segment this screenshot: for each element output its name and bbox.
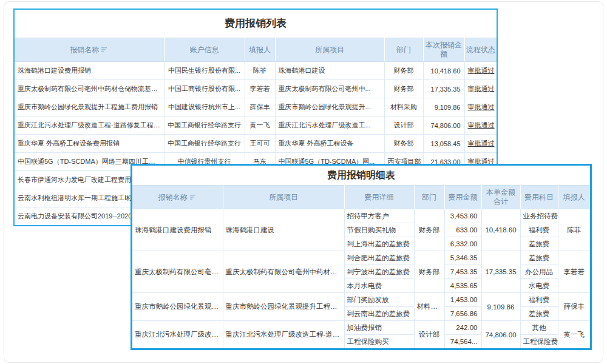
account-info-cell: 中国工商银行股份有限... — [164, 80, 245, 98]
expense-amount-cell: 7,453.35 — [444, 265, 481, 279]
expense-detail-cell: 部门奖励发放 — [344, 293, 414, 307]
reimbursement-name-link[interactable]: 重庆华夏 外高桥工程设备费用报销 — [15, 135, 164, 153]
col-header-project-name-link: 所属项目 — [275, 38, 384, 62]
col-header-order-total-cell: 本单金额合计 — [481, 186, 520, 209]
amount-cell: 10,418.60 — [423, 62, 464, 80]
detail-project-name-link[interactable]: 重庆市鹅岭公园绿化景观提升工程施工 — [223, 293, 344, 321]
expense-list-row: 珠海鹤港口建设费用报销中国民生银行股份有限...陈菲珠海鹤港口建设财务部10,4… — [15, 62, 497, 80]
project-name-link[interactable]: 重庆市鹅岭公园绿化景观提升... — [275, 98, 384, 116]
account-info-cell: 中国工商银行经华路支行 — [164, 135, 245, 153]
expense-category-cell: 差旅费 — [520, 237, 558, 251]
col-header-label: 本单金额合计 — [486, 188, 515, 206]
project-name-link[interactable]: 重庆江北污水处理厂级改造工... — [275, 116, 384, 135]
col-header-detail-reimbursement-name-link[interactable]: 报销名称 — [132, 186, 223, 209]
expense-category-cell: 福利费 — [520, 223, 558, 237]
detail-reimbursement-name-link[interactable]: 重庆太极制药有限公司亳州中药材仓储物流基地项目费用报销 — [132, 251, 223, 293]
sort-icon — [190, 194, 197, 200]
reimbursement-name-link[interactable]: 珠海鹤港口建设费用报销 — [15, 62, 164, 80]
col-header-label: 部门 — [396, 46, 411, 54]
expense-detail-cell: 到上海出差的差旅费 — [344, 237, 414, 251]
project-name-link[interactable]: 重庆太极制药有限公司亳州中... — [275, 80, 384, 98]
detail-department-cell: 材料采购 — [414, 293, 444, 321]
expense-list-header-row: 报销名称账户信息填报人所属项目部门本次报销金额流程状态 — [15, 38, 497, 62]
col-header-label: 所属项目 — [315, 46, 344, 54]
detail-filler-name-link[interactable]: 薛保丰 — [558, 293, 590, 321]
order-total-cell: 10,418.60 — [481, 209, 520, 251]
expense-amount-cell: 6,332.00 — [444, 237, 481, 251]
amount-cell: 9,109.86 — [423, 98, 464, 116]
status-link[interactable]: 审批通过 — [464, 80, 497, 98]
col-header-expense-amount-cell: 费用金额 — [444, 186, 481, 209]
expense-amount-cell: 74,564... — [444, 335, 481, 349]
detail-project-name-link[interactable]: 珠海鹤港口建设 — [223, 209, 344, 251]
col-header-detail-project-name-link: 所属项目 — [223, 186, 344, 209]
expense-list-row: 重庆华夏 外高桥工程设备费用报销中国工商银行经华路支行王可可重庆华夏 外高桥工程… — [15, 135, 497, 153]
expense-category-cell: 业务招待费 — [520, 209, 558, 223]
status-link[interactable]: 审批通过 — [464, 116, 497, 135]
detail-reimbursement-name-link[interactable]: 珠海鹤港口建设费用报销 — [132, 209, 223, 251]
amount-cell: 17,335.35 — [423, 80, 464, 98]
expense-category-cell: 福利费 — [520, 293, 558, 307]
col-header-label: 填报人 — [249, 46, 271, 54]
expense-category-cell: 差旅费 — [520, 251, 558, 265]
col-header-expense-category-cell: 费用科目 — [520, 186, 558, 209]
expense-amount-cell: 242.00 — [444, 321, 481, 335]
detail-department-cell: 设计部 — [414, 321, 444, 349]
expense-detail-cell: 招待甲方客户 — [344, 209, 414, 223]
col-header-label: 本次报销金额 — [426, 41, 462, 58]
detail-reimbursement-name-link[interactable]: 重庆市鹅岭公园绿化景观提升工程施工费用报销 — [132, 293, 223, 321]
col-header-label: 部门 — [422, 193, 436, 201]
expense-category-cell: 差旅费 — [520, 307, 558, 321]
col-header-detail-department-cell: 部门 — [414, 186, 444, 209]
expense-detail-cell: 到宁波出差的差旅费 — [344, 265, 414, 279]
project-name-link[interactable]: 珠海鹤港口建设 — [275, 62, 384, 80]
expense-detail-cell: 工程保险购买 — [344, 335, 414, 349]
filler-name-link[interactable]: 李若若 — [245, 80, 275, 98]
filler-name-link[interactable]: 陈菲 — [245, 62, 275, 80]
filler-name-link[interactable]: 黄一飞 — [245, 116, 275, 135]
expense-detail-table: 报销名称所属项目费用详细部门费用金额本单金额合计费用科目填报人 珠海鹤港口建设费… — [132, 185, 590, 348]
col-header-reimbursement-name-link[interactable]: 报销名称 — [15, 38, 164, 62]
status-link[interactable]: 审批通过 — [464, 62, 497, 80]
col-header-label: 流程状态 — [466, 46, 495, 54]
detail-project-name-link[interactable]: 重庆江北污水处理厂级改造工程-道路修复工程 — [223, 321, 344, 349]
status-link[interactable]: 审批通过 — [464, 98, 497, 116]
expense-list-row: 重庆太极制药有限公司亳州中药材仓储物流基地项目费用报销中国工商银行股份有限...… — [15, 80, 497, 98]
col-header-label: 费用科目 — [524, 193, 554, 201]
reimbursement-name-link[interactable]: 重庆江北污水处理厂级改造工程-道路修复工程费用报销 — [15, 116, 164, 135]
expense-list-title: 费用报销列表 — [15, 10, 497, 38]
order-total-cell: 9,109.86 — [481, 293, 520, 321]
col-header-label: 报销名称 — [70, 46, 99, 54]
col-header-label: 账户信息 — [190, 46, 219, 54]
col-header-detail-filler-name-link: 填报人 — [558, 186, 590, 209]
filler-name-link[interactable]: 王可可 — [245, 135, 275, 153]
col-header-department-cell: 部门 — [384, 38, 423, 62]
col-header-amount-cell: 本次报销金额 — [423, 38, 464, 62]
col-header-expense-detail-cell: 费用详细 — [344, 186, 414, 209]
detail-reimbursement-name-link[interactable]: 重庆江北污水处理厂级改造工程-道路修复工程费用报销 — [132, 321, 223, 349]
status-link[interactable]: 审批通过 — [464, 135, 497, 153]
amount-cell: 74,806.00 — [423, 116, 464, 135]
detail-filler-name-link[interactable]: 陈菲 — [558, 209, 590, 251]
col-header-account-info-cell: 账户信息 — [164, 38, 245, 62]
expense-amount-cell: 5,346.35 — [444, 251, 481, 265]
account-info-cell: 中国民生银行股份有限... — [164, 62, 245, 80]
reimbursement-name-link[interactable]: 重庆太极制药有限公司亳州中药材仓储物流基地项目费用报销 — [15, 80, 164, 98]
expense-detail-cell: 节假日购买礼物 — [344, 223, 414, 237]
filler-name-link[interactable]: 薛保丰 — [245, 98, 275, 116]
expense-detail-cell: 加油费报销 — [344, 321, 414, 335]
expense-category-cell: 工程保险费 — [520, 335, 558, 349]
col-header-label: 费用详细 — [365, 193, 394, 201]
department-cell: 设计部 — [384, 116, 423, 135]
detail-project-name-link[interactable]: 重庆太极制药有限公司亳州中药材仓储物流基地 — [223, 251, 344, 293]
expense-amount-cell: 3,453.60 — [444, 209, 481, 223]
col-header-label: 费用金额 — [449, 193, 478, 201]
reimbursement-name-link[interactable]: 重庆市鹅岭公园绿化景观提升工程施工费用报销 — [15, 98, 164, 116]
project-name-link[interactable]: 重庆华夏 外高桥工程设备 — [275, 135, 384, 153]
detail-filler-name-link[interactable]: 黄一飞 — [558, 321, 590, 349]
expense-detail-cell: 到云南出差的差旅费 — [344, 307, 414, 321]
expense-detail-row: 重庆江北污水处理厂级改造工程-道路修复工程费用报销重庆江北污水处理厂级改造工程-… — [132, 321, 590, 335]
expense-detail-row: 重庆太极制药有限公司亳州中药材仓储物流基地项目费用报销重庆太极制药有限公司亳州中… — [132, 251, 590, 265]
detail-filler-name-link[interactable]: 李若若 — [558, 251, 590, 293]
detail-department-cell: 财务部 — [414, 209, 444, 251]
